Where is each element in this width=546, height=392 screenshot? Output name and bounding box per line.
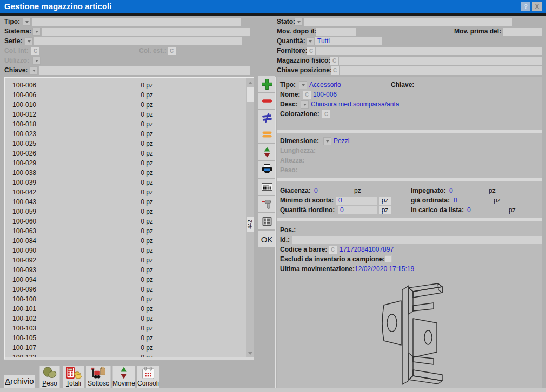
- item-code: 100-101: [12, 305, 80, 313]
- item-qty: 0 pz: [80, 325, 153, 332]
- help-button[interactable]: ?: [521, 2, 530, 11]
- list-item[interactable]: 100-096 0 pz: [5, 285, 245, 294]
- serie-filter-field[interactable]: [34, 37, 242, 45]
- list-item[interactable]: 100-006 0 pz: [5, 80, 245, 90]
- totali-button[interactable]: Totali: [63, 366, 84, 388]
- impegnato-value: 0: [449, 187, 453, 195]
- spreadsheet-button[interactable]: [258, 213, 275, 229]
- list-item[interactable]: 100-023 0 pz: [5, 129, 245, 139]
- list-item[interactable]: 100-029 0 pz: [5, 158, 245, 168]
- remove-button[interactable]: [258, 93, 275, 109]
- totals-button[interactable]: [258, 126, 275, 143]
- stato-dropdown[interactable]: [295, 18, 303, 26]
- riordino-value: 0: [338, 206, 377, 214]
- list-item[interactable]: 100-060 0 pz: [5, 217, 245, 226]
- record-count-badge: 442: [247, 217, 254, 232]
- list-item[interactable]: 100-038 0 pz: [5, 168, 245, 178]
- col-est-c-button[interactable]: C: [168, 47, 176, 55]
- list-item[interactable]: 100-100 0 pz: [5, 294, 245, 304]
- tipo-filter-field[interactable]: [32, 18, 241, 26]
- item-code: 100-010: [12, 101, 80, 109]
- list-item[interactable]: 100-018 0 pz: [5, 119, 245, 129]
- col-int-c-button[interactable]: C: [31, 47, 39, 55]
- scroll-down-arrow-icon[interactable]: [246, 350, 254, 356]
- utilizzo-dropdown[interactable]: [32, 57, 41, 65]
- list-item[interactable]: 100-043 0 pz: [5, 197, 245, 207]
- list-item[interactable]: 100-006 0 pz: [5, 90, 245, 100]
- sistema-filter-field[interactable]: [42, 28, 250, 36]
- item-qty: 0 pz: [80, 111, 153, 118]
- list-item[interactable]: 100-102 0 pz: [5, 314, 245, 323]
- consoli-button[interactable]: Consoli: [137, 366, 159, 388]
- detail-tipo-dropdown[interactable]: [299, 81, 307, 89]
- list-item[interactable]: 100-025 0 pz: [5, 139, 245, 148]
- list-item[interactable]: 100-101 0 pz: [5, 304, 245, 314]
- barcode-scanner-button[interactable]: [258, 196, 275, 212]
- list-item[interactable]: 100-012 0 pz: [5, 110, 245, 119]
- minimo-field[interactable]: 0: [336, 197, 377, 205]
- detail-nome-c-button[interactable]: C: [303, 91, 311, 99]
- chiave-filter-dropdown[interactable]: [30, 66, 38, 75]
- id-field[interactable]: [292, 236, 542, 244]
- detail-divider: [277, 130, 542, 133]
- list-item[interactable]: 100-084 0 pz: [5, 236, 245, 246]
- serie-filter-dropdown[interactable]: [25, 37, 33, 45]
- print-button[interactable]: [258, 161, 275, 178]
- impegnato-unit: pz: [489, 187, 496, 195]
- magazzino-c-button[interactable]: C: [330, 57, 338, 65]
- tipo-filter-dropdown[interactable]: [23, 18, 31, 26]
- item-qty: 0 pz: [80, 179, 153, 186]
- sottosc-button[interactable]: Sottosc: [86, 366, 111, 388]
- barcode-label-button[interactable]: [258, 179, 275, 195]
- list-item[interactable]: 100-094 0 pz: [5, 275, 245, 285]
- item-qty: 0 pz: [80, 315, 153, 322]
- list-scrollbar[interactable]: 442: [246, 78, 254, 357]
- add-button[interactable]: [258, 76, 275, 92]
- chiave-pos-c-button[interactable]: C: [331, 66, 339, 75]
- list-item[interactable]: 100-042 0 pz: [5, 187, 245, 197]
- detail-desc-dropdown[interactable]: [301, 100, 309, 109]
- fornitore-c-button[interactable]: C: [307, 47, 315, 55]
- stato-field[interactable]: [304, 18, 512, 26]
- list-item[interactable]: 100-093 0 pz: [5, 265, 245, 275]
- quantita-dropdown[interactable]: [306, 37, 314, 45]
- dimensione-dropdown[interactable]: [323, 137, 331, 145]
- riordino-field[interactable]: 0: [338, 206, 377, 214]
- mov-dopo-field[interactable]: [316, 28, 356, 36]
- mov-prima-field[interactable]: [503, 28, 542, 36]
- chiave-pos-field[interactable]: [340, 66, 542, 75]
- scroll-thumb[interactable]: [247, 87, 254, 102]
- list-item[interactable]: 100-090 0 pz: [5, 246, 245, 255]
- ok-button[interactable]: OK: [258, 231, 275, 247]
- detail-colorazione-label: Colorazione:: [280, 110, 319, 118]
- peso-button[interactable]: Peso: [39, 366, 60, 388]
- movime-label: Movime: [112, 380, 135, 387]
- fornitore-field[interactable]: [316, 47, 542, 55]
- list-item[interactable]: 100-039 0 pz: [5, 178, 245, 187]
- list-item[interactable]: 100-092 0 pz: [5, 255, 245, 265]
- detail-colorazione-c-button[interactable]: C: [322, 110, 330, 118]
- sistema-filter-dropdown[interactable]: [32, 28, 41, 36]
- magazzino-field[interactable]: [339, 57, 542, 65]
- giacenza-value: 0: [314, 187, 318, 195]
- item-qty: 0 pz: [80, 218, 153, 225]
- scroll-up-arrow-icon[interactable]: [246, 79, 254, 86]
- movements-button[interactable]: [258, 144, 275, 160]
- list-item[interactable]: 100-059 0 pz: [5, 207, 245, 217]
- list-item[interactable]: 100-026 0 pz: [5, 148, 245, 158]
- codice-barre-c-button[interactable]: C: [329, 246, 337, 254]
- quantita-field[interactable]: Tutti: [315, 37, 382, 45]
- list-item[interactable]: 100-105 0 pz: [5, 333, 245, 343]
- list-item[interactable]: 100-103 0 pz: [5, 323, 245, 333]
- list-item[interactable]: 100-123 0 pz: [5, 353, 245, 357]
- compare-button[interactable]: [258, 110, 275, 126]
- close-button[interactable]: X: [532, 2, 542, 11]
- codice-barre-label: Codice a barre:: [280, 246, 327, 254]
- list-item[interactable]: 100-107 0 pz: [5, 343, 245, 353]
- movime-button[interactable]: Movime: [112, 366, 135, 388]
- list-item[interactable]: 100-010 0 pz: [5, 100, 245, 110]
- archivio-button[interactable]: Archivio: [4, 375, 35, 388]
- chiave-filter-field[interactable]: [39, 66, 250, 75]
- escludi-checkbox[interactable]: [385, 255, 392, 262]
- list-item[interactable]: 100-063 0 pz: [5, 226, 245, 236]
